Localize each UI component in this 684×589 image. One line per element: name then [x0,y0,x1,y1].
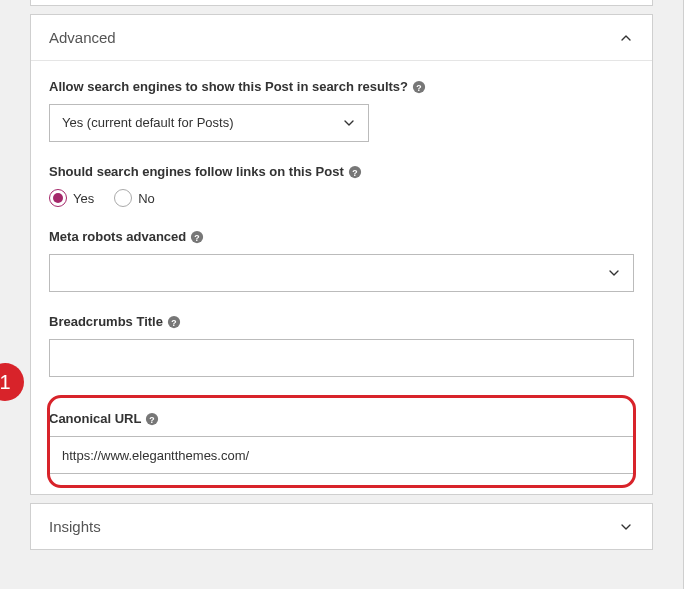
help-icon[interactable]: ? [145,412,159,426]
advanced-panel-title: Advanced [49,29,116,46]
follow-links-no-label: No [138,191,155,206]
meta-robots-select-wrap [49,254,634,292]
allow-search-select-wrap: Yes (current default for Posts) [49,104,369,142]
svg-text:?: ? [352,167,357,177]
chevron-down-icon [618,519,634,535]
help-icon[interactable]: ? [167,315,181,329]
canonical-label: Canonical URL ? [49,411,634,426]
radio-indicator [49,189,67,207]
advanced-panel-header[interactable]: Advanced [31,15,652,61]
meta-robots-label-text: Meta robots advanced [49,229,186,244]
svg-text:?: ? [150,414,155,424]
follow-links-radio-group: Yes No [49,189,634,207]
help-icon[interactable]: ? [348,165,362,179]
advanced-panel: Advanced Allow search engines to show th… [30,14,653,495]
breadcrumbs-label: Breadcrumbs Title ? [49,314,634,329]
follow-links-label: Should search engines follow links on th… [49,164,634,179]
allow-search-label: Allow search engines to show this Post i… [49,79,634,94]
allow-search-label-text: Allow search engines to show this Post i… [49,79,408,94]
canonical-label-text: Canonical URL [49,411,141,426]
canonical-field: Canonical URL ? [49,399,634,478]
radio-indicator [114,189,132,207]
breadcrumbs-field: Breadcrumbs Title ? [49,314,634,377]
advanced-panel-body: Allow search engines to show this Post i… [31,61,652,494]
svg-text:?: ? [171,317,176,327]
allow-search-select[interactable]: Yes (current default for Posts) [49,104,369,142]
insights-panel-header[interactable]: Insights [31,504,652,549]
insights-panel-title: Insights [49,518,101,535]
callout-badge-1: 1 [0,363,24,401]
meta-robots-label: Meta robots advanced ? [49,229,634,244]
chevron-up-icon [618,30,634,46]
help-icon[interactable]: ? [190,230,204,244]
svg-text:?: ? [195,232,200,242]
help-icon[interactable]: ? [412,80,426,94]
allow-search-field: Allow search engines to show this Post i… [49,79,634,142]
meta-robots-field: Meta robots advanced ? [49,229,634,292]
follow-links-no[interactable]: No [114,189,155,207]
insights-panel: Insights [30,503,653,550]
meta-robots-select[interactable] [49,254,634,292]
follow-links-yes[interactable]: Yes [49,189,94,207]
follow-links-field: Should search engines follow links on th… [49,164,634,207]
breadcrumbs-input[interactable] [49,339,634,377]
breadcrumbs-label-text: Breadcrumbs Title [49,314,163,329]
follow-links-yes-label: Yes [73,191,94,206]
svg-text:?: ? [416,82,421,92]
follow-links-label-text: Should search engines follow links on th… [49,164,344,179]
canonical-input[interactable] [49,436,634,474]
